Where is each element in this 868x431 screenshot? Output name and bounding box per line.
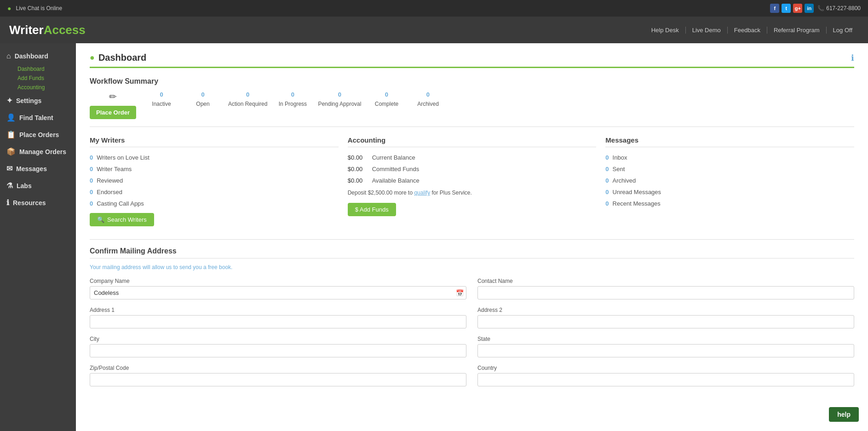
header-nav: Help Desk Live Demo Feedback Referral Pr… bbox=[645, 27, 859, 34]
sent-count[interactable]: 0 bbox=[605, 166, 609, 172]
mailing-form: Company Name 📅 Contact Name Address 1 Ad… bbox=[90, 278, 854, 386]
workflow-place-order[interactable]: ✏ Place Order bbox=[90, 91, 136, 119]
qualify-link[interactable]: qualify bbox=[414, 190, 430, 196]
sidebar-label-place-orders: Place Orders bbox=[19, 131, 59, 138]
workflow-in-progress[interactable]: 0 In Progress bbox=[276, 91, 309, 107]
live-chat-label: Live Chat is Online bbox=[16, 5, 62, 11]
casting-call-count[interactable]: 0 bbox=[90, 200, 93, 207]
add-funds-button[interactable]: $ Add Funds bbox=[348, 203, 396, 216]
find-talent-icon: 👤 bbox=[6, 113, 16, 122]
state-label: State bbox=[477, 336, 854, 342]
page-title: ● Dashboard bbox=[90, 52, 146, 63]
state-group: State bbox=[477, 336, 854, 357]
sidebar-item-place-orders[interactable]: 📋 Place Orders bbox=[0, 126, 76, 143]
city-group: City bbox=[90, 336, 466, 357]
linkedin-icon[interactable]: in bbox=[805, 4, 814, 13]
complete-label: Complete bbox=[375, 101, 398, 107]
in-progress-label: In Progress bbox=[279, 101, 307, 107]
archived-msg-count[interactable]: 0 bbox=[605, 177, 609, 184]
calendar-icon: 📅 bbox=[456, 289, 464, 297]
zip-input[interactable] bbox=[90, 373, 466, 386]
sidebar-item-labs[interactable]: ⚗ Labs bbox=[0, 177, 76, 194]
sidebar-item-resources[interactable]: ℹ Resources bbox=[0, 194, 76, 211]
state-input[interactable] bbox=[477, 344, 854, 357]
sidebar-label-dashboard: Dashboard bbox=[15, 52, 48, 60]
accounting-title: Accounting bbox=[348, 136, 597, 147]
sidebar-sub-add-funds[interactable]: Add Funds bbox=[0, 74, 76, 83]
sidebar-item-settings[interactable]: ✦ Settings bbox=[0, 92, 76, 109]
country-input[interactable] bbox=[477, 373, 854, 386]
sidebar-item-find-talent[interactable]: 👤 Find Talent bbox=[0, 109, 76, 126]
address1-input[interactable] bbox=[90, 315, 466, 328]
inbox-count[interactable]: 0 bbox=[605, 154, 609, 161]
layout: ⌂ Dashboard Dashboard Add Funds Accounti… bbox=[0, 43, 868, 431]
recent-label: Recent Messages bbox=[613, 200, 661, 207]
facebook-icon[interactable]: f bbox=[770, 4, 779, 13]
accounting-col: Accounting $0.00 Current Balance $0.00 C… bbox=[348, 136, 597, 226]
recent-count[interactable]: 0 bbox=[605, 200, 609, 207]
confirm-mailing-desc: Your mailing address will allow us to se… bbox=[90, 264, 854, 270]
pending-approval-label: Pending Approval bbox=[318, 101, 361, 107]
workflow-pending-approval[interactable]: 0 Pending Approval bbox=[318, 91, 361, 107]
googleplus-icon[interactable]: g+ bbox=[793, 4, 802, 13]
address1-label: Address 1 bbox=[90, 307, 466, 313]
logo[interactable]: WriterAccess bbox=[9, 23, 86, 37]
workflow-archived[interactable]: 0 Archived bbox=[412, 91, 444, 107]
nav-logoff[interactable]: Log Off bbox=[827, 27, 859, 34]
place-order-button[interactable]: Place Order bbox=[90, 106, 136, 119]
archived-msg-row: 0 Archived bbox=[605, 175, 854, 186]
archived-count: 0 bbox=[426, 91, 430, 98]
twitter-icon[interactable]: t bbox=[782, 4, 791, 13]
casting-call-row: 0 Casting Call Apps bbox=[90, 198, 339, 209]
workflow-action-required[interactable]: 0 Action Required bbox=[228, 91, 267, 107]
workflow-open[interactable]: 0 Open bbox=[187, 91, 219, 107]
committed-funds-amount: $0.00 bbox=[348, 166, 368, 172]
contact-name-label: Contact Name bbox=[477, 278, 854, 284]
committed-funds-label: Committed Funds bbox=[372, 166, 420, 172]
sidebar-item-dashboard[interactable]: ⌂ Dashboard bbox=[0, 48, 76, 64]
workflow-inactive[interactable]: 0 Inactive bbox=[145, 91, 178, 107]
info-icon[interactable]: ℹ bbox=[851, 53, 854, 63]
recent-row: 0 Recent Messages bbox=[605, 198, 854, 209]
workflow-row: ✏ Place Order 0 Inactive 0 Open 0 Action… bbox=[90, 91, 854, 127]
nav-help-desk[interactable]: Help Desk bbox=[645, 27, 686, 34]
messages-col: Messages 0 Inbox 0 Sent 0 Archived 0 Unr… bbox=[605, 136, 854, 226]
logo-access: Access bbox=[44, 23, 86, 37]
page-title-row: ● Dashboard ℹ bbox=[90, 52, 854, 68]
nav-feedback[interactable]: Feedback bbox=[728, 27, 767, 34]
endorsed-count[interactable]: 0 bbox=[90, 189, 93, 195]
nav-live-demo[interactable]: Live Demo bbox=[686, 27, 728, 34]
company-name-input[interactable] bbox=[90, 286, 466, 299]
address2-input[interactable] bbox=[477, 315, 854, 328]
city-label: City bbox=[90, 336, 466, 342]
city-input[interactable] bbox=[90, 344, 466, 357]
search-writers-button[interactable]: 🔍 Search Writers bbox=[90, 213, 154, 226]
manage-orders-icon: 📦 bbox=[6, 147, 16, 156]
address2-label: Address 2 bbox=[477, 307, 854, 313]
inactive-count: 0 bbox=[160, 91, 163, 98]
workflow-complete[interactable]: 0 Complete bbox=[370, 91, 402, 107]
inactive-label: Inactive bbox=[152, 101, 171, 107]
search-icon: 🔍 bbox=[97, 216, 104, 223]
sidebar-label-messages: Messages bbox=[16, 165, 47, 172]
sidebar-sub-accounting[interactable]: Accounting bbox=[0, 83, 76, 92]
sidebar-label-manage-orders: Manage Orders bbox=[19, 148, 66, 155]
topbar-left: ● Live Chat is Online bbox=[7, 5, 62, 12]
sidebar: ⌂ Dashboard Dashboard Add Funds Accounti… bbox=[0, 43, 76, 431]
help-button[interactable]: help bbox=[829, 407, 859, 422]
open-label: Open bbox=[196, 101, 209, 107]
available-balance-label: Available Balance bbox=[372, 177, 420, 184]
unread-count[interactable]: 0 bbox=[605, 189, 609, 195]
sidebar-sub-dashboard-link[interactable]: Dashboard bbox=[0, 64, 76, 74]
nav-referral[interactable]: Referral Program bbox=[767, 27, 827, 34]
writer-teams-row: 0 Writer Teams bbox=[90, 163, 339, 175]
reviewed-count[interactable]: 0 bbox=[90, 177, 93, 184]
sidebar-item-manage-orders[interactable]: 📦 Manage Orders bbox=[0, 143, 76, 160]
page-title-icon: ● bbox=[90, 53, 95, 63]
writer-teams-count[interactable]: 0 bbox=[90, 166, 93, 172]
sidebar-label-find-talent: Find Talent bbox=[19, 114, 53, 121]
writers-love-list-count[interactable]: 0 bbox=[90, 154, 93, 161]
contact-name-input[interactable] bbox=[477, 286, 854, 299]
topbar-right: f t g+ in 📞 617-227-8800 bbox=[770, 4, 861, 13]
sidebar-item-messages[interactable]: ✉ Messages bbox=[0, 160, 76, 177]
